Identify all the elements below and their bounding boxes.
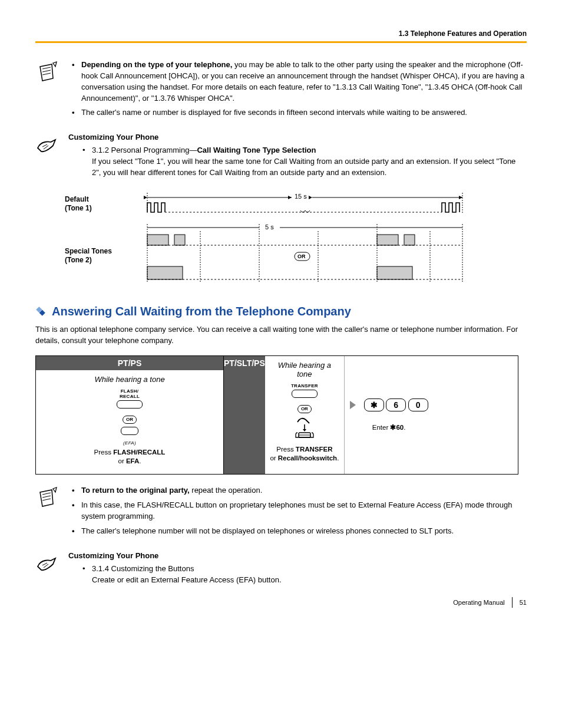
proc-caption-3: Enter ✱60.: [372, 423, 406, 432]
procedure-area: PT/PS While hearing a tone FLASH/ RECALL…: [35, 355, 527, 475]
svg-rect-9: [147, 235, 168, 245]
transfer-label: TRANSFER: [270, 383, 339, 388]
proc-caption-2: Press TRANSFER or Recall/hookswitch.: [270, 445, 339, 463]
section-intro: This is an optional telephone company se…: [35, 324, 527, 347]
key-star: ✱: [364, 398, 384, 411]
svg-text:15 s: 15 s: [295, 193, 307, 200]
note2-bullet-2: In this case, the FLASH/RECALL button on…: [81, 500, 527, 522]
tone2-wave: 5 s OR: [141, 223, 471, 288]
proc-sub2: While hearing a tone: [270, 361, 339, 378]
or-pill-2: OR: [297, 405, 312, 413]
svg-rect-10: [174, 235, 185, 245]
hookswitch-icon: [292, 415, 318, 441]
flash-recall-key-icon: [117, 400, 143, 409]
breadcrumb: 1.3 Telephone Features and Operation: [35, 29, 527, 41]
note-bullet-2: The caller's name or number is displayed…: [81, 107, 527, 118]
customize-title: Customizing Your Phone: [68, 133, 527, 141]
note-icon: [35, 485, 64, 540]
header-rule: [35, 41, 527, 43]
customize-icon: [35, 133, 64, 181]
efa-key-icon: [121, 427, 138, 435]
tone1-wave: 15 s: [141, 192, 471, 215]
note2-bullet-3: The caller's telephone number will not b…: [81, 526, 527, 537]
svg-text:5 s: 5 s: [265, 223, 274, 230]
proc-header-ptsltps: PT/SLT/PS: [224, 356, 265, 474]
transfer-key-icon: [292, 390, 318, 398]
proc-header-ptps: PT/PS: [36, 356, 223, 370]
customize2-item: 3.1.4 Customizing the Buttons Create or …: [92, 564, 527, 586]
key-0: 0: [408, 398, 428, 411]
svg-text:OR: OR: [297, 253, 306, 259]
key-6: 6: [386, 398, 406, 411]
customize-item: 3.1.2 Personal Programming—Call Waiting …: [92, 145, 527, 179]
tone-diagram: Default(Tone 1) 15 s Special Tones(Tone …: [65, 192, 527, 289]
proc-caption-1: Press FLASH/RECALL or EFA.: [41, 448, 219, 466]
arrow-icon: [350, 401, 356, 409]
note-bullet-1: Depending on the type of your telephone,…: [81, 60, 527, 104]
efa-label: (EFA): [41, 440, 219, 446]
svg-rect-12: [404, 235, 415, 245]
section-heading: Answering Call Waiting from the Telephon…: [35, 305, 527, 318]
svg-rect-11: [377, 235, 398, 245]
customize-icon: [35, 551, 64, 588]
page-footer: Operating Manual 51: [453, 597, 527, 608]
proc-sub1: While hearing a tone: [41, 375, 219, 384]
svg-rect-17: [377, 266, 412, 279]
note-icon: [35, 60, 64, 122]
or-pill: OR: [123, 416, 137, 424]
svg-rect-16: [147, 266, 183, 279]
note2-bullet-1: To return to the original party, repeat …: [81, 485, 527, 496]
customize-title-2: Customizing Your Phone: [68, 551, 527, 560]
flash-recall-label: FLASH/ RECALL: [41, 388, 219, 399]
